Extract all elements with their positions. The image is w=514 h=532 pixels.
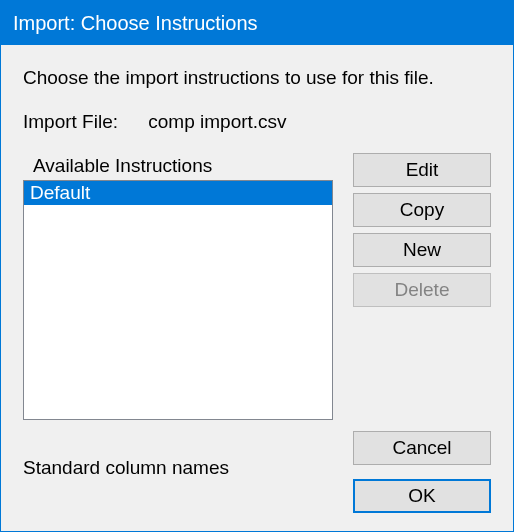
instructions-listbox[interactable]: Default bbox=[23, 180, 333, 420]
list-item[interactable]: Default bbox=[24, 181, 332, 205]
main-row: Available Instructions Default Edit Copy… bbox=[23, 153, 491, 420]
import-file-label: Import File: bbox=[23, 111, 143, 133]
status-text: Standard column names bbox=[23, 457, 229, 479]
import-file-row: Import File: comp import.csv bbox=[23, 111, 491, 133]
window-title: Import: Choose Instructions bbox=[13, 12, 258, 35]
delete-button: Delete bbox=[353, 273, 491, 307]
instructions-list-area: Available Instructions Default bbox=[23, 153, 333, 420]
instructions-list-header[interactable]: Available Instructions bbox=[23, 153, 271, 180]
instruction-text: Choose the import instructions to use fo… bbox=[23, 67, 491, 89]
bottom-buttons: Cancel OK bbox=[353, 431, 491, 513]
cancel-button[interactable]: Cancel bbox=[353, 431, 491, 465]
ok-button[interactable]: OK bbox=[353, 479, 491, 513]
new-button[interactable]: New bbox=[353, 233, 491, 267]
import-file-name: comp import.csv bbox=[148, 111, 286, 132]
edit-button[interactable]: Edit bbox=[353, 153, 491, 187]
copy-button[interactable]: Copy bbox=[353, 193, 491, 227]
dialog-content: Choose the import instructions to use fo… bbox=[1, 45, 513, 531]
dialog-window: Import: Choose Instructions Choose the i… bbox=[0, 0, 514, 532]
button-column: Edit Copy New Delete bbox=[353, 153, 491, 420]
titlebar[interactable]: Import: Choose Instructions bbox=[1, 1, 513, 45]
